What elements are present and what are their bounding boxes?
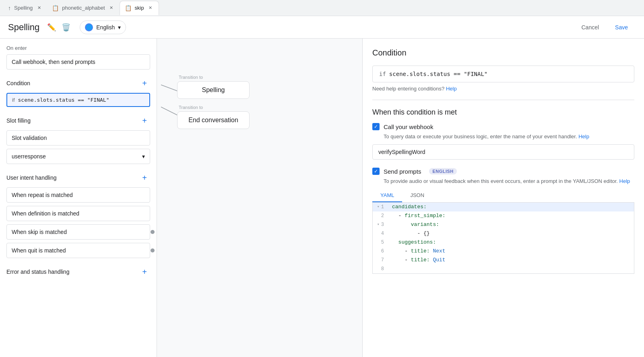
tab-skip-close[interactable]: ✕ — [147, 5, 154, 11]
webhook-checkbox[interactable]: ✓ — [372, 123, 380, 130]
error-handling-title: Error and status handling — [6, 269, 69, 275]
slot-filling-section: Slot filling + Slot validation userrespo… — [6, 115, 150, 164]
skip-connector-dot — [151, 230, 155, 234]
canvas-area: Transition to Spelling Transition to End… — [157, 39, 362, 357]
phonetic-tab-icon: 📋 — [52, 5, 59, 11]
intent-skip[interactable]: When skip is matched — [6, 224, 150, 240]
tab-bar: ↑ Spelling ✕ 📋 phonetic_alphabet ✕ 📋 ski… — [0, 0, 644, 16]
condition-help-text: Need help entering conditions? Help — [372, 86, 634, 92]
tab-json[interactable]: JSON — [402, 189, 432, 202]
language-label: English — [96, 24, 115, 31]
spelling-tab-icon: ↑ — [8, 5, 11, 11]
prompts-checkbox[interactable]: ✓ — [372, 168, 380, 175]
condition-code: scene.slots.status == "FINAL" — [18, 97, 109, 103]
userresponse-dropdown[interactable]: userresponse ▾ — [6, 149, 150, 164]
code-line-3: ▾ 3 variants: — [373, 220, 634, 229]
condition-if-keyword: if — [12, 97, 15, 103]
slot-filling-add-button[interactable]: + — [139, 115, 150, 126]
webhook-checkbox-row: ✓ Call your webhook — [372, 123, 634, 130]
webhook-label: Call your webhook — [384, 123, 433, 130]
intent-repeat[interactable]: When repeat is matched — [6, 187, 150, 203]
skip-transition-container: Transition to Spelling — [177, 75, 298, 81]
code-line-7: 7 - title: Quit — [373, 256, 634, 265]
end-conversation-canvas-node[interactable]: End conversation — [177, 111, 250, 129]
right-panel: Condition if scene.slots.status == "FINA… — [362, 39, 644, 357]
globe-icon: 🌐 — [85, 23, 93, 31]
intent-quit[interactable]: When quit is matched — [6, 243, 150, 258]
condition-add-button[interactable]: + — [139, 78, 150, 89]
on-enter-input[interactable]: Call webhook, then send prompts — [6, 54, 150, 70]
quit-connector-dot — [151, 248, 155, 252]
on-enter-label: On enter — [6, 45, 150, 51]
spelling-canvas-node[interactable]: Spelling — [177, 81, 250, 99]
tab-yaml[interactable]: YAML — [372, 189, 402, 202]
fold-icon-3: ▾ — [376, 220, 380, 229]
code-line-6: 6 - title: Next — [373, 247, 634, 256]
tab-skip[interactable]: 📋 skip ✕ — [120, 1, 159, 15]
intent-definition-label: When definition is matched — [12, 210, 79, 217]
webhook-subtext: To query data or execute your business l… — [384, 133, 634, 140]
divider — [372, 100, 634, 100]
condition-help-link[interactable]: Help — [446, 86, 457, 92]
tab-phonetic-close[interactable]: ✕ — [108, 5, 115, 11]
tab-spelling[interactable]: ↑ Spelling ✕ — [3, 1, 47, 15]
intent-definition[interactable]: When definition is matched — [6, 206, 150, 221]
main-layout: On enter Call webhook, then send prompts… — [0, 39, 644, 357]
skip-tab-icon: 📋 — [125, 5, 132, 11]
user-intent-add-button[interactable]: + — [139, 172, 150, 183]
error-handling-section: Error and status handling + — [6, 266, 150, 277]
user-intent-title: User intent handling — [6, 174, 57, 181]
page-title: Spelling — [8, 22, 39, 33]
slot-validation-input[interactable]: Slot validation — [6, 130, 150, 146]
tab-spelling-close[interactable]: ✕ — [36, 5, 42, 11]
quit-transition-container: Transition to End conversation — [177, 105, 298, 111]
error-handling-add-button[interactable]: + — [139, 266, 150, 277]
chevron-down-icon: ▾ — [142, 153, 145, 160]
code-line-4: 4 - {} — [373, 229, 634, 238]
tab-phonetic-label: phonetic_alphabet — [62, 5, 105, 11]
condition-panel-title: Condition — [372, 48, 634, 57]
editor-tabs: YAML JSON — [372, 189, 634, 203]
condition-row[interactable]: if scene.slots.status == "FINAL" — [6, 93, 150, 107]
userresponse-label: userresponse — [12, 153, 46, 160]
code-editor[interactable]: ▾ 1 candidates: 2 - first_simple: ▾ 3 va… — [372, 203, 634, 274]
code-line-2: 2 - first_simple: — [373, 211, 634, 220]
header: Spelling ✏️ 🗑️ 🌐 English ▾ Cancel Save — [0, 16, 644, 39]
condition-code-val: scene.slots.status == "FINAL" — [389, 71, 487, 77]
prompts-subtext: To provide audio or visual feedback when… — [384, 178, 634, 184]
fold-icon-1: ▾ — [376, 203, 380, 211]
condition-if-kw: if — [379, 71, 386, 77]
intent-repeat-label: When repeat is matched — [12, 192, 73, 198]
skip-transition-label: Transition to — [177, 75, 298, 80]
condition-display: if scene.slots.status == "FINAL" — [372, 66, 634, 82]
delete-button[interactable]: 🗑️ — [59, 20, 73, 35]
chevron-down-icon: ▾ — [118, 24, 121, 31]
quit-transition-label: Transition to — [177, 105, 298, 110]
tab-skip-label: skip — [135, 5, 144, 11]
language-badge: ENGLISH — [429, 168, 456, 174]
condition-section: Condition + if scene.slots.status == "FI… — [6, 78, 150, 107]
tab-phonetic[interactable]: 📋 phonetic_alphabet ✕ — [47, 1, 119, 15]
prompts-label: Send prompts — [384, 168, 421, 175]
code-line-1: ▾ 1 candidates: — [373, 203, 634, 211]
tab-spelling-label: Spelling — [14, 5, 33, 11]
language-button[interactable]: 🌐 English ▾ — [80, 21, 126, 34]
on-enter-section: On enter Call webhook, then send prompts — [6, 45, 150, 70]
edit-button[interactable]: ✏️ — [44, 20, 59, 35]
code-line-8: 8 — [373, 265, 634, 273]
prompts-help-link[interactable]: Help — [619, 178, 630, 184]
slot-filling-title: Slot filling — [6, 117, 31, 124]
save-button[interactable]: Save — [607, 21, 636, 34]
spelling-node-title: Spelling — [186, 86, 241, 94]
cancel-button[interactable]: Cancel — [573, 21, 607, 34]
left-panel: On enter Call webhook, then send prompts… — [0, 39, 157, 357]
intent-skip-label: When skip is matched — [12, 229, 67, 235]
when-met-title: When this condition is met — [372, 108, 634, 117]
code-line-5: 5 suggestions: — [373, 238, 634, 247]
intent-quit-label: When quit is matched — [12, 247, 66, 254]
webhook-help-link[interactable]: Help — [578, 133, 589, 140]
user-intent-section: User intent handling + When repeat is ma… — [6, 172, 150, 258]
condition-section-title: Condition — [6, 80, 30, 86]
webhook-input[interactable] — [372, 144, 634, 160]
prompts-checkbox-row: ✓ Send prompts ENGLISH — [372, 168, 634, 175]
